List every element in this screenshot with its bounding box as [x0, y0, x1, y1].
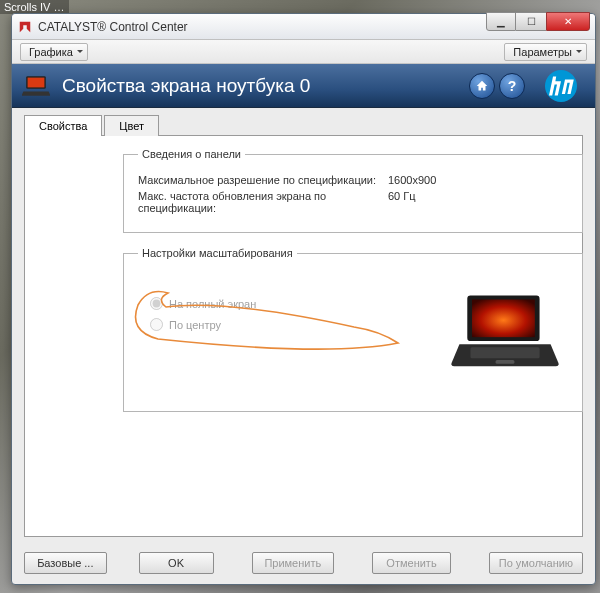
radio-centered-input[interactable]: [150, 318, 163, 331]
defaults-button[interactable]: По умолчанию: [489, 552, 583, 574]
tab-strip: Свойства Цвет: [24, 114, 595, 135]
hp-logo: [535, 68, 587, 104]
graphics-dropdown[interactable]: Графика: [20, 43, 88, 61]
toolbar: Графика Параметры: [12, 40, 595, 64]
cancel-button-label: Отменить: [386, 557, 436, 569]
cancel-button[interactable]: Отменить: [372, 552, 451, 574]
tab-color-label: Цвет: [119, 120, 144, 132]
info-row-resolution: Максимальное разрешение по спецификации:…: [138, 174, 568, 186]
svg-marker-0: [20, 21, 31, 32]
basic-button-label: Базовые ...: [37, 557, 93, 569]
tab-properties-label: Свойства: [39, 120, 87, 132]
window-controls: ▁ ☐ ✕: [486, 12, 590, 31]
page-title: Свойства экрана ноутбука 0: [62, 75, 310, 97]
tab-color[interactable]: Цвет: [104, 115, 159, 136]
laptop-icon: [22, 74, 50, 98]
ok-button[interactable]: OK: [139, 552, 214, 574]
graphics-dropdown-label: Графика: [29, 46, 73, 58]
max-resolution-value: 1600x900: [388, 174, 436, 186]
page-banner: Свойства экрана ноутбука 0 ?: [12, 64, 595, 108]
help-icon: ?: [508, 78, 517, 94]
svg-rect-2: [28, 77, 45, 87]
apply-button-label: Применить: [264, 557, 321, 569]
radio-fullscreen-input[interactable]: [150, 297, 163, 310]
panel-information-legend: Сведения о панели: [138, 148, 245, 160]
parameters-dropdown-label: Параметры: [513, 46, 572, 58]
max-refresh-value: 60 Гц: [388, 190, 416, 214]
tab-properties[interactable]: Свойства: [24, 115, 102, 136]
svg-rect-5: [472, 299, 535, 337]
minimize-button[interactable]: ▁: [486, 12, 516, 31]
ok-button-label: OK: [168, 557, 184, 569]
content-panel: Сведения о панели Максимальное разрешени…: [24, 135, 583, 537]
apply-button[interactable]: Применить: [252, 552, 335, 574]
maximize-button[interactable]: ☐: [516, 12, 546, 31]
radio-centered-label: По центру: [169, 319, 221, 331]
titlebar[interactable]: CATALYST® Control Center ▁ ☐ ✕: [12, 14, 595, 40]
window-title: CATALYST® Control Center: [38, 20, 188, 34]
info-row-refresh: Макс. частота обновления экрана по специ…: [138, 190, 568, 214]
svg-rect-7: [496, 360, 515, 364]
amd-icon: [18, 20, 32, 34]
footer-buttons: Базовые ... OK Применить Отменить По умо…: [24, 552, 583, 574]
parameters-dropdown[interactable]: Параметры: [504, 43, 587, 61]
max-refresh-label: Макс. частота обновления экрана по специ…: [138, 190, 388, 214]
max-resolution-label: Максимальное разрешение по спецификации:: [138, 174, 388, 186]
home-icon: [475, 79, 489, 93]
radio-fullscreen-label: На полный экран: [169, 298, 256, 310]
background-app-label: Scrolls IV …: [0, 0, 69, 14]
scaling-settings-group: Настройки масштабирования На полный экра…: [123, 247, 583, 412]
defaults-button-label: По умолчанию: [499, 557, 573, 569]
basic-button[interactable]: Базовые ...: [24, 552, 107, 574]
laptop-illustration: [450, 289, 560, 381]
scaling-settings-legend: Настройки масштабирования: [138, 247, 297, 259]
help-button[interactable]: ?: [499, 73, 525, 99]
panel-information-group: Сведения о панели Максимальное разрешени…: [123, 148, 583, 233]
close-button[interactable]: ✕: [546, 12, 590, 31]
home-button[interactable]: [469, 73, 495, 99]
svg-rect-6: [470, 347, 539, 358]
ccc-window: CATALYST® Control Center ▁ ☐ ✕ Графика П…: [11, 13, 596, 585]
